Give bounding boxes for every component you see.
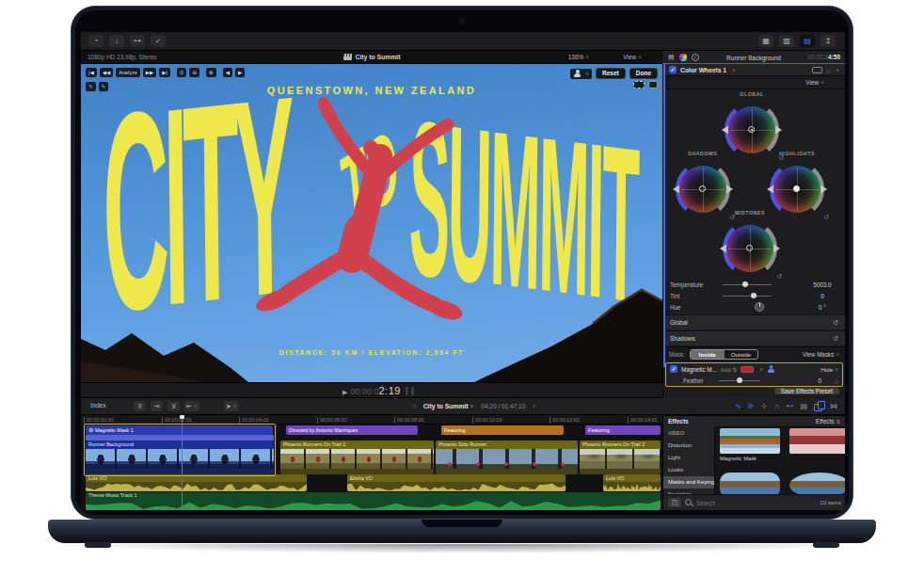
tint-value[interactable]: 0 — [806, 293, 838, 299]
effect-row[interactable]: ✓ Color Wheels 1 ∨ ◇ ∨ — [663, 64, 845, 76]
color-wheel-midtones[interactable]: MIDTONES ↺ — [720, 218, 780, 279]
temperature-slider[interactable] — [723, 284, 772, 285]
done-button[interactable]: Done — [629, 68, 658, 79]
draw-stroke-icon[interactable]: ✎ — [86, 82, 96, 91]
wheel-puck[interactable] — [748, 126, 755, 133]
connect-icon[interactable]: ⊼ — [134, 401, 146, 411]
reset-icon[interactable]: ↺ — [833, 334, 838, 343]
slider-thumb[interactable] — [751, 293, 757, 298]
overlay-icon[interactable] — [648, 81, 658, 88]
wheel-puck[interactable] — [699, 185, 706, 192]
title-clip[interactable]: Directed by Antonio Manriquez — [286, 425, 418, 435]
effect-enabled-checkbox[interactable]: ✓ — [669, 66, 677, 73]
keyframe-icon[interactable]: ◇ — [834, 377, 838, 384]
feather-slider[interactable] — [719, 380, 760, 381]
timeline-icon[interactable]: ▤ — [800, 35, 815, 47]
solo-icon[interactable]: ∩ — [774, 401, 780, 411]
tint-slider[interactable] — [723, 296, 772, 297]
effect-thumbnail[interactable] — [720, 428, 780, 454]
compare-icon[interactable] — [812, 67, 822, 73]
slider-thumb[interactable] — [737, 377, 742, 383]
category-distortion[interactable]: Distortion — [663, 440, 714, 452]
next-mask-button[interactable]: ▶ — [235, 68, 245, 77]
title-clip[interactable]: Featuring — [585, 425, 661, 435]
music-clip[interactable]: Theme Music Track 1 — [86, 492, 661, 510]
reset-icon[interactable]: ↺ — [833, 318, 838, 327]
mask-hide-dropdown[interactable]: Hide∨ — [821, 366, 838, 373]
filmstrip-icon[interactable]: ▥ — [779, 35, 794, 47]
status-icon[interactable]: ◔ — [88, 35, 104, 47]
effects-browser-icon[interactable] — [814, 401, 823, 410]
save-effects-preset-button[interactable]: Save Effects Preset — [774, 388, 839, 394]
play-icon[interactable]: ▶ — [343, 389, 347, 395]
overwrite-icon[interactable]: ⇤∨ — [184, 401, 199, 411]
search-input[interactable] — [696, 500, 816, 506]
skip-forward-button[interactable]: ▶| — [159, 68, 170, 77]
section-global[interactable]: Global ↺ — [663, 314, 845, 329]
mask-color-swatch[interactable] — [741, 366, 754, 373]
effect-item-magnetic-mask[interactable]: Magnetic Mask — [720, 428, 780, 462]
effects-panel-header[interactable]: Effects ⇅ — [715, 416, 845, 427]
category-light[interactable]: Light — [663, 452, 714, 464]
check-icon[interactable]: ✓ — [151, 35, 166, 47]
append-icon[interactable]: ⊻ — [167, 401, 180, 411]
audio-skimming-icon[interactable]: ⊹ — [761, 401, 768, 411]
mask-enabled-checkbox[interactable]: ✓ — [670, 365, 677, 373]
playhead[interactable] — [182, 415, 183, 510]
wheel-reset-icon[interactable]: ↺ — [823, 214, 829, 221]
marquee-icon[interactable] — [633, 81, 645, 88]
magnetic-mask-row[interactable]: ✓ Magnetic M... Add ⇅ ∨ Hide∨ — [666, 363, 842, 375]
keyframe-icon[interactable]: ◇ — [826, 67, 831, 73]
outside-button[interactable]: Outside — [725, 350, 757, 359]
mask-target-icon[interactable]: ⊗ — [206, 68, 216, 77]
frame-back-button[interactable]: ◀◀ — [100, 68, 113, 77]
title-clip[interactable]: Featuring — [441, 425, 564, 435]
clip-skimming-icon[interactable]: ⊪ — [748, 401, 755, 411]
audio-meter[interactable] — [411, 387, 414, 395]
browser-grid-icon[interactable]: ▦ — [758, 35, 773, 47]
previous-project-button[interactable]: ‹ — [413, 402, 416, 410]
reset-button[interactable]: Reset — [596, 68, 626, 79]
mask-add-mode[interactable]: Add ⇅ — [721, 366, 737, 373]
category-looks[interactable]: Looks — [663, 464, 714, 476]
erase-stroke-icon[interactable]: ✎ — [99, 82, 109, 91]
prev-mask-button[interactable]: ◀ — [223, 68, 232, 77]
person-select-button[interactable]: ∨ — [570, 69, 592, 79]
next-project-button[interactable]: › — [533, 402, 535, 410]
wheel-puck[interactable] — [746, 245, 753, 251]
analyze-button[interactable]: Analyze — [116, 68, 140, 77]
mask-add-icon[interactable]: ⊖ — [189, 68, 199, 77]
hue-value[interactable]: 0 ° — [806, 304, 838, 311]
view-dropdown[interactable]: View∨ — [623, 54, 642, 60]
insert-icon[interactable]: ⇥ — [151, 401, 163, 411]
video-clip[interactable]: Phoenix Solo Runner — [436, 441, 578, 474]
timeline-project-name[interactable]: City to Summit∨ — [423, 403, 474, 409]
share-icon[interactable]: ↥ — [820, 35, 836, 47]
category-video[interactable]: VIDEO — [663, 427, 714, 440]
key-icon[interactable]: ⊶ — [130, 35, 145, 47]
audio-meter[interactable] — [406, 387, 408, 395]
audio-clip[interactable]: Luis VO — [86, 474, 307, 491]
video-clip[interactable]: Phoenix Runners On Trail 2 — [580, 441, 661, 474]
video-clip-runner-background[interactable]: Runner Background — [86, 441, 274, 474]
timeline-ruler[interactable]: 00:00:00:00 00:00:02:00 00:00:04:00 00:0… — [81, 415, 662, 425]
arrow-tool-dropdown[interactable]: ➤∨ — [224, 401, 239, 411]
frame-forward-button[interactable]: ▶▶ — [143, 68, 156, 77]
hue-knob[interactable] — [755, 302, 764, 312]
skip-back-button[interactable]: |◀ — [86, 68, 97, 77]
skimming-icon[interactable]: ∿ — [735, 401, 741, 411]
effect-item-scene-removal-mask[interactable]: Scene Removal Mask — [789, 428, 845, 437]
zoom-level-dropdown[interactable]: 136%∨ — [568, 54, 589, 60]
inside-button[interactable]: Inside — [691, 350, 725, 359]
view-masks-dropdown[interactable]: View Masks∨ — [803, 351, 839, 358]
view-dropdown[interactable]: View∨ — [805, 79, 824, 86]
audio-clip[interactable]: Luis VO — [603, 474, 661, 491]
snapping-icon[interactable]: ⊷ — [786, 401, 793, 411]
wheel-puck[interactable] — [793, 185, 800, 192]
slider-thumb[interactable] — [742, 281, 748, 287]
category-masks-and-keying[interactable]: Masks and Keying — [663, 476, 714, 489]
title-clip-magnetic-mask[interactable]: ⚙ Magnetic Mask 1 — [86, 425, 273, 435]
sidebar-toggle-icon[interactable]: ◫ — [668, 498, 681, 507]
section-shadows[interactable]: Shadows ↺ — [663, 330, 845, 345]
index-button[interactable]: Index — [90, 402, 106, 409]
